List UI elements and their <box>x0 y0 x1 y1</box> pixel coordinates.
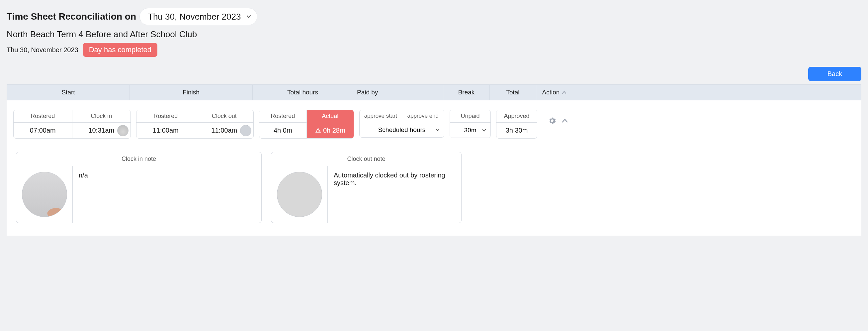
status-badge: Day has completed <box>83 43 157 57</box>
gear-icon[interactable] <box>548 116 557 125</box>
approve-end-label: approve end <box>402 110 444 122</box>
table-row: Rostered Clock in 07:00am 10:31am <box>7 110 861 139</box>
subtitle: North Beach Term 4 Before and After Scho… <box>7 29 861 39</box>
clock-out-note-box: Clock out note Automatically clocked out… <box>271 152 462 223</box>
total-rostered-value: 4h 0m <box>259 123 307 138</box>
paid-by-select[interactable]: Scheduled hours <box>360 122 444 137</box>
finish-rostered-value: 11:00am <box>136 123 195 138</box>
col-action: Action <box>536 85 573 100</box>
break-unpaid-label: Unpaid <box>450 110 491 123</box>
finish-clockout-value: 11:00am <box>195 123 254 138</box>
total-group: Approved 3h 30m <box>496 110 537 139</box>
col-finish: Finish <box>130 85 253 100</box>
back-button[interactable]: Back <box>808 67 861 81</box>
clockin-avatar-thumb[interactable] <box>117 125 128 136</box>
approve-start-label: approve start <box>360 110 402 122</box>
break-select[interactable]: 30m <box>450 123 491 138</box>
total-approved-value: 3h 30m <box>496 123 537 138</box>
col-total-hours: Total hours <box>253 85 353 100</box>
break-group: Unpaid 30m <box>450 110 491 138</box>
total-hours-group: Rostered Actual 4h 0m 0h 28m <box>259 110 354 139</box>
total-actual-value: 0h 28m <box>307 123 354 138</box>
date-select[interactable]: Thu 30, November 2023 <box>140 8 257 25</box>
start-clockin-value: 10:31am <box>72 123 131 138</box>
total-approved-label: Approved <box>496 110 537 123</box>
finish-clockout-label: Clock out <box>195 110 254 123</box>
col-total: Total <box>490 85 536 100</box>
total-rostered-label: Rostered <box>259 110 307 123</box>
clock-out-note-text: Automatically clocked out by rostering s… <box>328 166 461 223</box>
meta-date: Thu 30, November 2023 <box>7 46 79 54</box>
total-actual-label: Actual <box>307 110 354 123</box>
warning-icon <box>315 127 321 133</box>
start-clockin-text: 10:31am <box>88 127 114 134</box>
total-actual-text: 0h 28m <box>323 127 345 134</box>
col-paid-by: Paid by <box>353 85 443 100</box>
start-rostered-label: Rostered <box>13 110 72 123</box>
clock-out-avatar[interactable] <box>277 172 322 217</box>
clockout-avatar-thumb[interactable] <box>240 125 251 136</box>
paid-by-group: approve start approve end Scheduled hour… <box>359 110 444 138</box>
collapse-icon[interactable] <box>561 117 568 124</box>
table-header: Start Finish Total hours Paid by Break T… <box>7 84 861 100</box>
start-group: Rostered Clock in 07:00am 10:31am <box>13 110 131 139</box>
finish-group: Rostered Clock out 11:00am 11:00am <box>136 110 254 139</box>
clock-in-note-label: Clock in note <box>16 152 261 166</box>
finish-clockout-text: 11:00am <box>211 127 237 134</box>
clock-in-avatar[interactable] <box>22 172 67 217</box>
col-break: Break <box>443 85 490 100</box>
finish-rostered-label: Rostered <box>136 110 195 123</box>
start-rostered-value: 07:00am <box>13 123 72 138</box>
clock-in-note-box: Clock in note n/a <box>16 152 262 223</box>
clock-out-note-label: Clock out note <box>271 152 461 166</box>
page-title: Time Sheet Reconciliation on <box>7 11 136 22</box>
start-clockin-label: Clock in <box>72 110 131 123</box>
col-action-label: Action <box>542 89 560 96</box>
chevron-up-icon[interactable] <box>561 90 567 95</box>
clock-in-note-text: n/a <box>73 166 261 223</box>
col-start: Start <box>7 85 130 100</box>
